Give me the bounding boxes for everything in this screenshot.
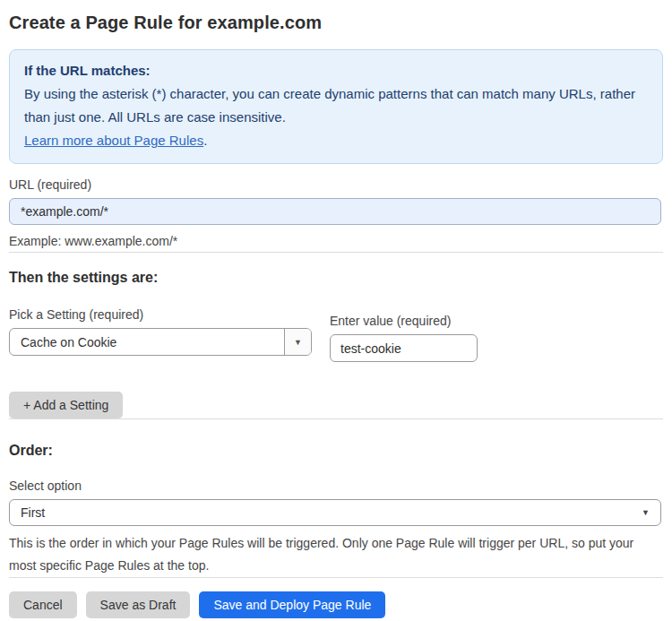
- url-example-helper: Example: www.example.com/*: [9, 230, 663, 252]
- chevron-down-icon: ▼: [642, 508, 650, 517]
- section-divider: [9, 252, 663, 253]
- footer-divider: [9, 577, 663, 578]
- order-select-label: Select option: [9, 479, 663, 493]
- page-title: Create a Page Rule for example.com: [9, 13, 663, 33]
- page-rule-form: Create a Page Rule for example.com If th…: [0, 0, 672, 618]
- order-helper-text: This is the order in which your Page Rul…: [9, 532, 663, 577]
- setting-value-column: Enter value (required): [330, 307, 478, 362]
- section-divider: [9, 418, 663, 419]
- setting-select[interactable]: Cache on Cookie ▼: [9, 328, 312, 356]
- info-box-body: By using the asterisk (*) character, you…: [24, 82, 648, 129]
- info-box-link-line: Learn more about Page Rules.: [24, 129, 648, 152]
- link-suffix: .: [203, 133, 207, 148]
- url-matches-info-box: If the URL matches: By using the asteris…: [9, 49, 663, 164]
- setting-select-value: Cache on Cookie: [10, 329, 284, 355]
- footer-button-row: Cancel Save as Draft Save and Deploy Pag…: [9, 591, 663, 618]
- save-and-deploy-button[interactable]: Save and Deploy Page Rule: [199, 591, 385, 618]
- info-box-heading: If the URL matches:: [24, 59, 648, 82]
- order-section-heading: Order:: [9, 443, 663, 459]
- order-select-value: First: [21, 505, 45, 520]
- setting-select-label: Pick a Setting (required): [9, 307, 312, 322]
- learn-more-link[interactable]: Learn more about Page Rules: [24, 133, 203, 148]
- add-setting-button[interactable]: + Add a Setting: [9, 392, 123, 418]
- url-input[interactable]: [9, 198, 661, 225]
- setting-row: Pick a Setting (required) Cache on Cooki…: [9, 307, 663, 362]
- chevron-down-icon[interactable]: ▼: [284, 329, 311, 355]
- save-as-draft-button[interactable]: Save as Draft: [86, 591, 191, 618]
- settings-section-heading: Then the settings are:: [9, 270, 663, 286]
- value-field-label: Enter value (required): [330, 314, 478, 328]
- url-field-label: URL (required): [9, 177, 663, 192]
- cancel-button[interactable]: Cancel: [9, 591, 77, 618]
- setting-select-column: Pick a Setting (required) Cache on Cooki…: [9, 307, 312, 362]
- setting-value-input[interactable]: [330, 334, 478, 362]
- order-select[interactable]: First ▼: [9, 499, 661, 526]
